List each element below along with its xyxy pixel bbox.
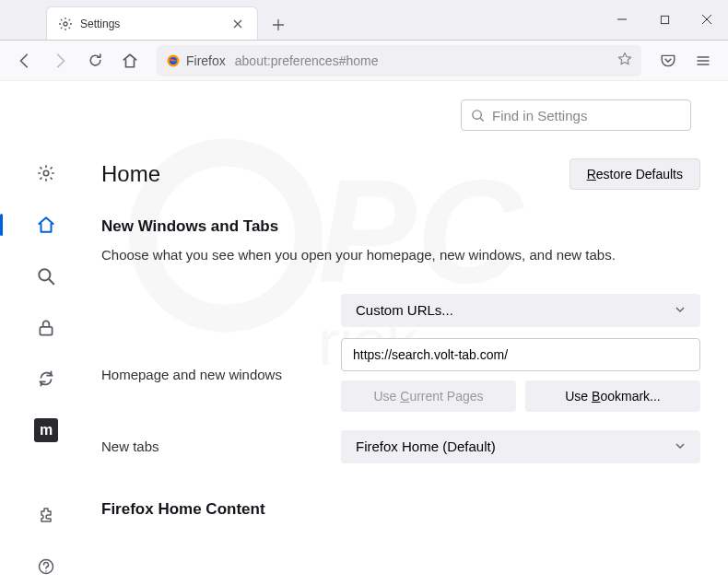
svg-point-7: [43, 170, 49, 176]
pocket-button[interactable]: [652, 45, 684, 76]
svg-point-3: [64, 22, 67, 26]
svg-rect-4: [661, 16, 668, 23]
search-icon: [471, 109, 485, 123]
sidebar-search[interactable]: [28, 258, 65, 295]
sidebar-sync[interactable]: [28, 361, 65, 398]
sidebar-extensions[interactable]: [28, 497, 65, 533]
window-controls: [601, 0, 728, 40]
minimize-button[interactable]: [601, 0, 643, 40]
use-bookmark-button[interactable]: Use Bookmark...: [525, 380, 700, 412]
chevron-down-icon: [675, 439, 686, 454]
close-window-button[interactable]: [686, 0, 728, 40]
app-menu-button[interactable]: [687, 45, 719, 76]
homepage-mode-dropdown[interactable]: Custom URLs...: [341, 294, 700, 327]
sidebar-help[interactable]: [28, 548, 65, 585]
sidebar-home[interactable]: [28, 206, 65, 243]
bookmark-star-icon[interactable]: [617, 52, 632, 70]
back-button[interactable]: [9, 45, 41, 76]
toolbar: Firefox about:preferences#home: [0, 41, 728, 81]
sidebar: m: [0, 81, 92, 585]
gear-icon: [58, 17, 73, 31]
newtabs-label: New tabs: [101, 439, 323, 454]
identity-box: Firefox: [166, 53, 226, 68]
browser-tab[interactable]: Settings: [46, 6, 258, 40]
homepage-url-input[interactable]: [341, 338, 700, 371]
titlebar: Settings: [0, 0, 728, 41]
settings-search[interactable]: [461, 99, 691, 131]
section-title: New Windows and Tabs: [101, 217, 700, 236]
section2-title: Firefox Home Content: [101, 500, 700, 519]
forward-button: [44, 45, 76, 76]
restore-defaults-button[interactable]: Restore Defaults: [569, 158, 700, 190]
tab-title: Settings: [80, 18, 229, 30]
section-description: Choose what you see when you open your h…: [101, 245, 700, 266]
tab-close-button[interactable]: [229, 16, 246, 32]
firefox-icon: [166, 53, 181, 68]
chevron-down-icon: [675, 302, 686, 318]
sidebar-more-mozilla[interactable]: m: [28, 412, 65, 449]
maximize-button[interactable]: [643, 0, 686, 40]
svg-point-8: [39, 269, 50, 280]
settings-search-input[interactable]: [492, 108, 681, 123]
home-toolbar-button[interactable]: [114, 45, 146, 76]
svg-point-11: [473, 110, 481, 118]
homepage-label: Homepage and new windows: [101, 367, 323, 382]
sidebar-general[interactable]: [28, 155, 65, 192]
main-content: Home Restore Defaults New Windows and Ta…: [92, 81, 728, 585]
reload-button[interactable]: [79, 45, 111, 76]
sidebar-privacy[interactable]: [28, 310, 65, 346]
use-current-pages-button: Use Current Pages: [341, 380, 516, 412]
page-heading: Home: [101, 161, 569, 187]
newtabs-dropdown[interactable]: Firefox Home (Default): [341, 430, 700, 463]
svg-rect-9: [40, 326, 52, 334]
url-text: about:preferences#home: [235, 53, 379, 68]
url-bar[interactable]: Firefox about:preferences#home: [157, 45, 641, 76]
new-tab-button[interactable]: [264, 10, 293, 40]
